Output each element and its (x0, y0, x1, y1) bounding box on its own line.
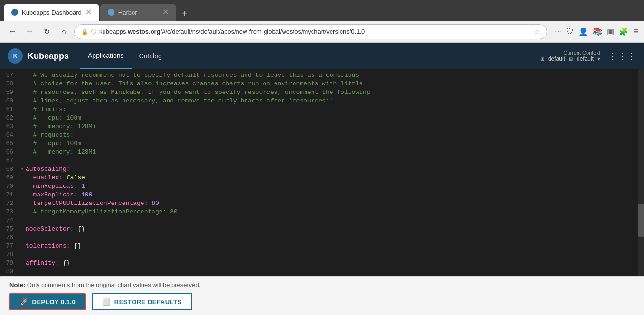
bottom-bar: Note: Only comments from the original ch… (0, 276, 644, 315)
line-fold-78 (19, 250, 26, 259)
harbor-favicon (108, 9, 114, 16)
grid-apps-icon[interactable]: ⋮⋮⋮ (608, 50, 636, 62)
note-label: Note: (9, 281, 25, 288)
line-fold-79 (19, 259, 26, 268)
context-cluster: default (577, 56, 594, 62)
line-num-80: 80 (0, 268, 19, 276)
kubeapps-favicon (11, 9, 18, 16)
line-content-62: # cpu: 100m (26, 114, 81, 122)
line-num-60: 60 (0, 97, 19, 105)
code-line-77: 77 tolerations: [] (0, 242, 644, 250)
tab-harbor-label: Harbor (118, 9, 159, 16)
tab-harbor-close[interactable]: ✕ (162, 9, 169, 16)
url-domain: westos.org (128, 28, 161, 35)
browser-chrome: Kubeapps Dashboard ✕ Harbor ✕ + ← → ↻ ⌂ … (0, 0, 644, 43)
tab-bar: Kubeapps Dashboard ✕ Harbor ✕ + (0, 0, 644, 21)
browser-right-icons: ⋯ 🛡 👤 📚 ▣ 🧩 ≡ (555, 27, 638, 37)
context-namespace: default (548, 56, 565, 62)
home-button[interactable]: ⌂ (57, 25, 70, 38)
code-line-68: 68 ▾ autoscaling: (0, 165, 644, 174)
line-num-74: 74 (0, 216, 19, 225)
line-fold-73 (19, 208, 26, 216)
chevron-down-icon[interactable]: ▾ (597, 56, 600, 62)
bookmark-star-icon[interactable]: ☆ (534, 28, 540, 36)
forward-button[interactable]: → (23, 25, 36, 38)
scrollbar[interactable] (638, 69, 644, 293)
code-line-69: 69 enabled: false (0, 174, 644, 182)
line-num-75: 75 (0, 225, 19, 233)
line-fold-66 (19, 148, 26, 157)
line-num-57: 57 (0, 71, 19, 80)
line-content-60: # lines, adjust them as necessary, and r… (26, 97, 337, 105)
line-fold-71 (19, 191, 26, 199)
line-content-58: # choice for the user. This also increas… (26, 80, 363, 88)
logo-area: K Kubeapps (8, 48, 69, 64)
extensions2-icon[interactable]: 🧩 (619, 27, 628, 36)
note-line: Note: Only comments from the original ch… (9, 281, 635, 288)
sidebar-icon[interactable]: ▣ (607, 27, 614, 36)
code-line-72: 72 targetCPUUtilizationPercentage: 80 (0, 199, 644, 208)
app-header: K Kubeapps Applications Catalog Current … (0, 43, 644, 69)
restore-button-label: RESTORE DEFAULTS (114, 298, 182, 306)
line-num-69: 69 (0, 174, 19, 182)
line-content-69: enabled: false (26, 174, 85, 182)
back-button[interactable]: ← (6, 25, 19, 38)
note-text: Only comments from the original chart va… (25, 281, 200, 288)
code-line-67: 67 (0, 157, 644, 165)
line-content-79: affinity: {} (26, 259, 70, 268)
logo-text: Kubeapps (28, 51, 69, 61)
line-fold-72 (19, 199, 26, 208)
code-scroll[interactable]: 57 # We usually recommend not to specify… (0, 69, 644, 293)
url-text[interactable]: kubeapps.westos.org/#/c/default/ns/defau… (99, 28, 531, 35)
line-num-61: 61 (0, 105, 19, 114)
line-fold-74 (19, 216, 26, 225)
line-content-61: # limits: (26, 105, 66, 114)
line-fold-58 (19, 80, 26, 88)
line-content-65: # cpu: 100m (26, 139, 81, 148)
restore-defaults-button[interactable]: ⬜ RESTORE DEFAULTS (92, 293, 192, 310)
header-nav: Applications Catalog (80, 43, 170, 69)
code-line-73: 73 # targetMemoryUtilizationPercentage: … (0, 208, 644, 216)
line-fold-60 (19, 97, 26, 105)
bookmarks-icon[interactable]: 📚 (593, 27, 602, 36)
code-wrapper[interactable]: 57 # We usually recommend not to specify… (0, 69, 644, 293)
deploy-button[interactable]: 🚀 DEPLOY 0.1.0 (9, 293, 86, 310)
restore-icon: ⬜ (102, 298, 111, 306)
tab-harbor[interactable]: Harbor ✕ (100, 4, 176, 21)
line-num-77: 77 (0, 242, 19, 250)
line-num-71: 71 (0, 191, 19, 199)
line-num-63: 63 (0, 122, 19, 131)
lock-icon: 🔒 (81, 28, 88, 35)
line-fold-62 (19, 114, 26, 122)
tab-kubeapps[interactable]: Kubeapps Dashboard ✕ (4, 4, 99, 21)
header-right: Current Context ⊞ default ⊞ default ▾ ⋮⋮… (540, 50, 636, 62)
refresh-button[interactable]: ↻ (40, 25, 53, 38)
code-line-78: 78 (0, 250, 644, 259)
code-line-64: 64 # requests: (0, 131, 644, 139)
line-num-65: 65 (0, 139, 19, 148)
profile-icon[interactable]: 👤 (578, 27, 588, 36)
nav-catalog[interactable]: Catalog (132, 43, 170, 69)
line-num-59: 59 (0, 88, 19, 97)
code-line-75: 75 nodeSelector: {} (0, 225, 644, 233)
scrollbar-thumb[interactable] (638, 204, 644, 237)
line-content-75: nodeSelector: {} (26, 225, 85, 233)
logo-icon: K (8, 48, 23, 64)
menu-icon[interactable]: ≡ (633, 27, 638, 37)
line-num-72: 72 (0, 199, 19, 208)
url-bar[interactable]: 🔒 ⓘ kubeapps.westos.org/#/c/default/ns/d… (74, 24, 547, 39)
code-line-79: 79 affinity: {} (0, 259, 644, 268)
shield-icon[interactable]: 🛡 (566, 28, 574, 36)
line-fold-65 (19, 139, 26, 148)
tab-kubeapps-label: Kubeapps Dashboard (22, 9, 82, 16)
line-content-72: targetCPUUtilizationPercentage: 80 (26, 199, 159, 208)
nav-applications[interactable]: Applications (80, 43, 132, 69)
tab-kubeapps-close[interactable]: ✕ (85, 9, 92, 16)
extensions-icon[interactable]: ⋯ (555, 28, 561, 36)
line-content-68: autoscaling: (26, 165, 70, 174)
line-fold-80 (19, 268, 26, 276)
new-tab-button[interactable]: + (177, 6, 192, 21)
line-fold-76 (19, 233, 26, 242)
address-bar: ← → ↻ ⌂ 🔒 ⓘ kubeapps.westos.org/#/c/defa… (0, 21, 644, 43)
line-fold-69 (19, 174, 26, 182)
